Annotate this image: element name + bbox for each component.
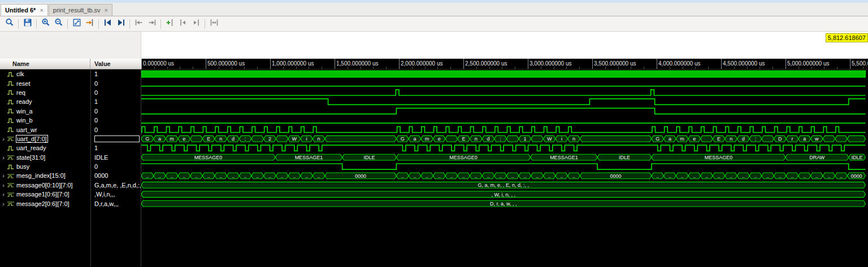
svg-text:..: .. [511, 173, 514, 179]
ruler-label: 1,500.000000 us [336, 60, 379, 67]
svg-text:i: i [306, 136, 307, 142]
next-transition-icon [147, 18, 157, 29]
toolbar-separator [67, 19, 68, 29]
go-to-start-button[interactable] [101, 17, 114, 30]
waveform-area[interactable]: 0.000000 us500.000000 us1,000.000000 us1… [141, 59, 868, 267]
signal-name: busy [16, 163, 29, 170]
expander-icon[interactable]: › [0, 200, 7, 207]
expander-icon[interactable]: › [0, 182, 7, 189]
signal-value-cell: IDLE [90, 153, 141, 162]
swap-cursors-button[interactable] [207, 17, 220, 30]
signal-row-message2-0-6-7-0[interactable]: ›message2[0:6][7:0]D,r,a,w,,, [0, 199, 141, 208]
svg-text:2: 2 [268, 136, 271, 142]
signal-icon [7, 108, 16, 114]
ruler-tick [335, 59, 335, 69]
svg-text:DRAW: DRAW [809, 155, 825, 160]
svg-text:0000: 0000 [850, 173, 862, 179]
signal-row-message0-0-10-7-0[interactable]: ›message0[0:10][7:0]G,a,m,e, ,E,n,d,:, , [0, 181, 141, 190]
tab-close-icon[interactable]: × [40, 7, 43, 14]
expander-icon[interactable]: › [0, 135, 7, 142]
time-ruler[interactable]: 0.000000 us500.000000 us1,000.000000 us1… [141, 59, 868, 69]
svg-text:..: .. [548, 173, 551, 179]
svg-text:..: .. [401, 173, 404, 179]
signal-name: uart_wr [16, 126, 37, 133]
name-column-header[interactable]: Name [0, 59, 90, 69]
value-edit-box[interactable] [94, 135, 140, 142]
previous-marker-button[interactable] [176, 17, 189, 30]
zoom-out-button[interactable] [52, 17, 65, 30]
signal-row-message1-0-6-7-0[interactable]: ›message1[0:6][7:0],W,i,n,,, [0, 190, 141, 199]
svg-text:MESSAGE0: MESSAGE0 [194, 155, 223, 160]
signal-value: 0 [94, 108, 98, 115]
svg-text:i: i [561, 136, 562, 142]
value-column-header[interactable]: Value [90, 59, 141, 69]
bus-icon [7, 135, 16, 142]
ruler-tick [785, 59, 786, 69]
signal-value: 0 [94, 163, 98, 170]
previous-transition-button[interactable] [132, 17, 145, 30]
zoom-cursor-select-button[interactable] [3, 17, 16, 30]
next-transition-button[interactable] [145, 17, 158, 30]
toolbar-separator [160, 19, 161, 29]
svg-text:IDLE: IDLE [363, 155, 375, 160]
signal-value: IDLE [94, 154, 108, 161]
signal-row-reset[interactable]: reset0 [0, 78, 141, 87]
svg-text:..: .. [827, 173, 830, 179]
signal-row-clk[interactable]: clk1 [0, 69, 141, 78]
signal-value-cell: 1 [90, 69, 141, 78]
signal-row-uart-ready[interactable]: uart_ready1 [0, 143, 141, 152]
toolbar-separator [36, 19, 37, 29]
svg-text:d: d [487, 136, 489, 142]
zoom-cursor-select-icon [5, 18, 14, 29]
zoom-out-icon [54, 18, 63, 29]
signal-row-win-b[interactable]: win_b0 [0, 116, 141, 125]
next-marker-icon [192, 18, 201, 29]
signal-name: win_a [16, 108, 33, 115]
tab-print-result-tb-sv[interactable]: print_result_tb.sv× [49, 4, 112, 16]
svg-text:..: .. [499, 173, 502, 179]
expander-icon[interactable]: › [0, 191, 7, 198]
signal-row-state-31-0[interactable]: ›state[31:0]IDLE [0, 153, 141, 162]
signal-row-mesg-index-15-0[interactable]: ›mesg_index[15:0]0000 [0, 171, 141, 180]
ruler-label: 3,000.000000 us [530, 60, 572, 67]
signal-name: uart_d[7:0] [16, 135, 47, 142]
signal-row-win-a[interactable]: win_a0 [0, 107, 141, 116]
svg-text:G: G [145, 136, 149, 142]
signal-row-uart-d-7-0[interactable]: ›uart_d[7:0] [0, 134, 141, 143]
go-to-end-button[interactable] [114, 17, 127, 30]
signal-row-uart-wr[interactable]: uart_wr0 [0, 125, 141, 134]
tab-label: Untitled 6* [5, 7, 36, 14]
waveform-canvas[interactable]: Game End: 2 WinGame End: 1 WinGame End: … [141, 69, 868, 267]
svg-text:, W, i, n, , ,: , W, i, n, , , [491, 192, 515, 198]
add-marker-button[interactable] [163, 17, 176, 30]
signal-icon [7, 80, 16, 86]
ruler-tick [592, 59, 593, 69]
tab-untitled-6[interactable]: Untitled 6*× [1, 4, 48, 16]
signal-name-cell: ›uart_d[7:0] [0, 134, 90, 143]
wave-toolbar [0, 16, 868, 32]
expander-icon[interactable]: › [0, 154, 7, 161]
svg-text:E: E [207, 136, 210, 142]
ruler-label: 2,000.000000 us [401, 60, 443, 67]
svg-text:0000: 0000 [610, 173, 622, 179]
expander-icon[interactable]: › [0, 172, 7, 179]
signal-row-req[interactable]: req0 [0, 88, 141, 97]
next-marker-button[interactable] [189, 17, 202, 30]
signal-row-ready[interactable]: ready1 [0, 97, 141, 106]
svg-text:D: D [778, 136, 782, 142]
zoom-in-button[interactable] [39, 17, 52, 30]
ruler-tick [528, 59, 528, 69]
svg-text:n: n [475, 136, 478, 142]
svg-text::: : [755, 136, 757, 142]
tab-close-icon[interactable]: × [105, 7, 108, 14]
zoom-fit-button[interactable] [70, 17, 83, 30]
bus-icon [7, 154, 16, 160]
svg-text:..: .. [438, 173, 441, 179]
save-button[interactable] [21, 17, 34, 30]
zoom-to-cursor-button[interactable] [83, 17, 96, 30]
svg-text:MESSAGE0: MESSAGE0 [705, 155, 733, 160]
svg-text:..: .. [475, 173, 478, 179]
signal-name: clk [16, 71, 24, 77]
signal-row-busy[interactable]: busy0 [0, 162, 141, 171]
svg-text:..: .. [815, 173, 818, 179]
